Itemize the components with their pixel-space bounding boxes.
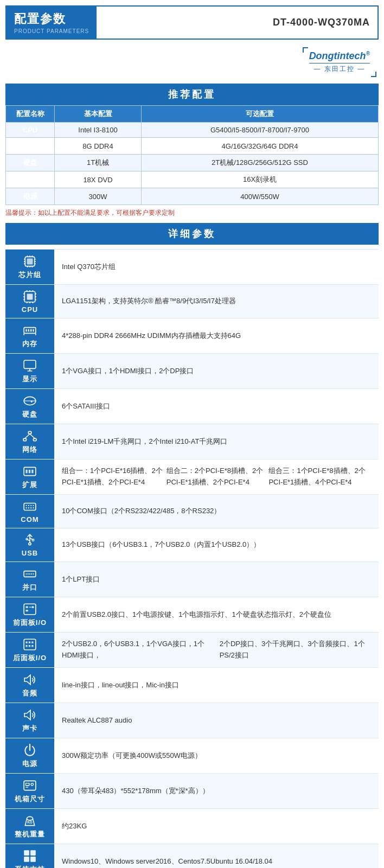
warm-tip: 温馨提示：如以上配置不能满足要求，可根据客户要求定制 [5,208,379,218]
reario-icon [22,637,37,652]
power-icon [22,743,37,758]
col-header-optional: 可选配置 [142,106,379,123]
detail-row: 电源300W额定功率（可更换400W或550W电源） [5,738,379,774]
detail-value-text: 约23KG [54,809,379,844]
row-basic: 8G DDR4 [55,138,142,155]
detail-icon-label: 前面板I/O [5,597,54,632]
svg-rect-35 [24,360,36,368]
svg-rect-47 [25,470,27,474]
row-optional: 400W/550W [142,188,379,205]
svg-rect-1 [27,259,33,265]
svg-line-44 [25,434,30,439]
page-title-zh: 配置参数 [14,11,89,27]
detail-value-text: 2个USB2.0，6个USB3.1，1个VGA接口，1个HDMI接口，2个DP接… [54,633,379,667]
svg-point-58 [33,507,34,508]
table-row: 电源300W400W/550W [6,188,379,205]
detail-row: 硬盘6个SATAIII接口 [5,389,379,424]
detail-value-text: 430（带耳朵483）*552*178mm（宽*深*高）） [54,774,379,808]
weight-icon: KG [22,813,37,828]
hdd-icon [22,393,37,409]
detail-section: 芯片组Intel Q370芯片组CPULGA1151架构，支持英特尔® 酷睿™8… [5,249,379,868]
detail-icon-label: 内存 [5,318,54,353]
audio-icon [22,672,37,687]
detail-section-title: 详细参数 [5,223,379,245]
detail-value-text: 13个USB接口（6个USB3.1，7个USB2.0（内置1个USB2.0）） [54,528,379,561]
svg-rect-71 [24,604,36,615]
detail-label-text: 显示 [22,374,37,384]
row-label: 硬盘 [6,155,55,171]
row-label: CPU [6,123,55,138]
chipset-icon [22,254,37,269]
detail-label-text: 硬盘 [22,410,37,419]
svg-point-89 [27,816,33,820]
detail-value-text: Windows10、Windows server2016、Centos7.5Ub… [54,844,379,868]
svg-rect-32 [28,329,29,331]
svg-rect-34 [33,329,34,331]
detail-value-text: Intel Q370芯片组 [54,250,379,284]
detail-row: 机箱尺寸430（带耳朵483）*552*178mm（宽*深*高）） [5,774,379,809]
detail-icon-label: 音频 [5,668,54,703]
svg-rect-78 [29,642,30,643]
table-row: CPUIntel I3-8100G5400/I5-8500/I7-8700/I7… [6,123,379,138]
detail-value-text: Realtek ALC887 audio [54,703,379,738]
logo-area: Dongtintech® — 东田工控 — [0,43,384,79]
display-icon [22,358,37,373]
os-icon [22,848,37,864]
recommended-section-title: 推荐配置 [5,84,379,105]
detail-label-text: 芯片组 [18,270,41,280]
detail-label-text: 整机重量 [15,829,45,839]
com-icon [22,499,37,514]
svg-rect-42 [28,431,31,433]
svg-marker-84 [24,710,30,719]
detail-row: COM10个COM接口（2个RS232/422/485，8个RS232） [5,495,379,528]
detail-value-text: 1个LPT接口 [54,562,379,597]
svg-point-63 [26,538,28,540]
detail-label-text: 电源 [22,759,37,769]
svg-rect-74 [31,607,34,608]
row-optional: 4G/16G/32G/64G DDR4 [142,138,379,155]
detail-label-text: 扩展 [22,480,37,490]
svg-rect-80 [25,645,27,647]
detail-value-text: 300W额定功率（可更换400W或550W电源） [54,738,379,773]
row-basic: Intel I3-8100 [55,123,142,138]
col-header-basic: 基本配置 [55,106,142,123]
detail-label-text: 声卡 [22,724,37,733]
svg-line-45 [30,434,35,439]
svg-rect-94 [30,857,36,862]
detail-row: 并口1个LPT接口 [5,562,379,597]
detail-icon-label: COM [5,495,54,528]
header-left: 配置参数 PRODUCT PARAMETERS [7,7,97,39]
row-optional: 2T机械/128G/256G/512G SSD [142,155,379,171]
detail-icon-label: 硬盘 [5,389,54,424]
detail-label-text: 机箱尺寸 [15,794,45,804]
svg-rect-93 [24,857,29,862]
detail-value-text: 1个VGA接口，1个HDMI接口，2个DP接口 [54,354,379,388]
svg-rect-72 [25,607,28,608]
detail-icon-label: 网络 [5,424,54,459]
svg-rect-41 [23,438,26,441]
svg-rect-82 [31,645,33,647]
detail-row: 芯片组Intel Q370芯片组 [5,249,379,285]
svg-rect-92 [30,850,36,856]
logo-sub: — 东田工控 — [309,63,370,74]
svg-point-87 [31,783,33,786]
detail-icon-label: 声卡 [5,703,54,738]
row-basic: 1T机械 [55,155,142,171]
detail-value-text: 组合一：1个PCI-E*16插槽、2个PCI-E*1插槽、2个PCI-E*4组合… [54,459,379,494]
detail-row: 扩展组合一：1个PCI-E*16插槽、2个PCI-E*1插槽、2个PCI-E*4… [5,459,379,495]
detail-value-text: 2个前置USB2.0接口、1个电源按键、1个电源指示灯、1个硬盘状态指示灯、2个… [54,597,379,632]
svg-rect-33 [30,329,31,331]
detail-row: 声卡Realtek ALC887 audio [5,703,379,738]
svg-rect-77 [25,642,27,643]
svg-rect-86 [25,783,29,786]
table-header-row: 配置名称 基本配置 可选配置 [6,106,379,123]
detail-label-text: 内存 [22,339,37,349]
svg-marker-83 [24,675,30,684]
detail-label-text: CPU [22,305,38,314]
row-basic: 18X DVD [55,171,142,188]
detail-value-text: 1个Intel i219-LM千兆网口，2个Intel i210-AT千兆网口 [54,424,379,459]
svg-rect-15 [27,294,33,300]
detail-label-text: COM [21,515,39,524]
table-row: 光驱18X DVD16X刻录机 [6,171,379,188]
detail-label-text: 系统支持 [15,865,45,868]
